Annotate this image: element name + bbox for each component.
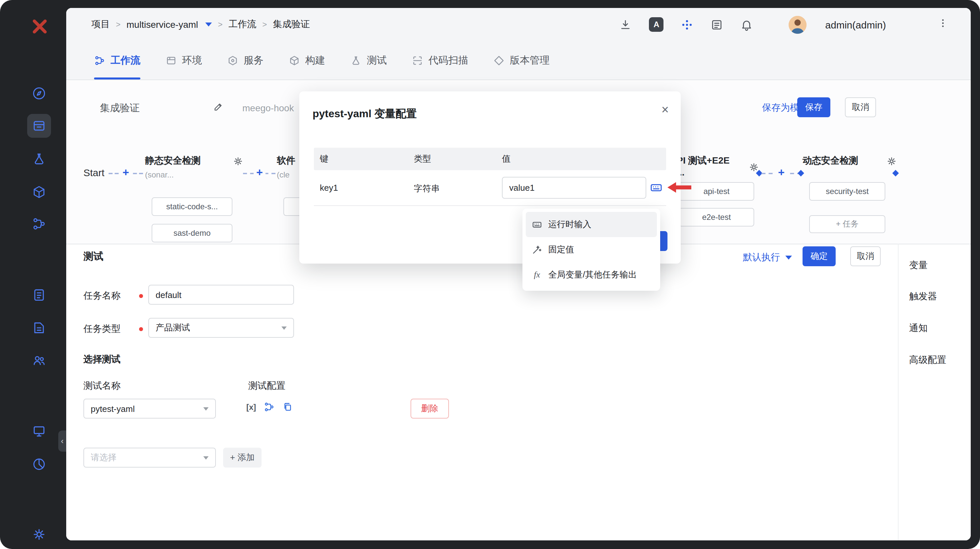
value-type-picker-icon[interactable]: [649, 181, 663, 194]
breadcrumb-separator: >: [116, 20, 121, 29]
download-icon[interactable]: [619, 18, 632, 31]
node-title: 软件: [277, 155, 295, 167]
tab-test[interactable]: 测试: [350, 41, 387, 80]
rail-item-variables[interactable]: 变量: [909, 259, 928, 272]
gear-icon[interactable]: [887, 156, 897, 166]
more-options-icon[interactable]: [938, 18, 948, 31]
panel-cancel-button[interactable]: 取消: [850, 247, 881, 266]
sidebar-collapse-handle[interactable]: ‹: [58, 430, 66, 452]
gear-icon[interactable]: [749, 162, 759, 172]
user-avatar[interactable]: [789, 16, 807, 33]
user-name[interactable]: admin(admin): [826, 19, 886, 30]
topbar-actions: A admin(admin): [619, 16, 948, 33]
brand-logo-icon[interactable]: [30, 17, 49, 36]
keyboard-icon: [532, 219, 542, 230]
column-type: 类型: [408, 153, 496, 165]
variable-value-input[interactable]: [502, 177, 646, 199]
add-stage-button[interactable]: +: [254, 167, 266, 179]
task-node[interactable]: sast-demo: [152, 224, 232, 242]
add-stage-button[interactable]: +: [120, 167, 132, 179]
menu-item-fixed-value[interactable]: 固定值: [526, 237, 657, 262]
node-title: 动态安全检测: [803, 155, 858, 167]
module-tabs: 工作流 环境 服务 构建 测试: [66, 41, 971, 80]
menu-item-runtime-input[interactable]: 运行时输入: [526, 212, 657, 237]
panel-title: 测试: [83, 250, 103, 263]
app-window: 项目 > multiservice-yaml > 工作流 > 集成验证 A: [66, 8, 971, 540]
tab-code-scan[interactable]: 代码扫描: [412, 41, 468, 80]
sidebar-monitor-icon[interactable]: [32, 424, 46, 438]
sidebar-users-icon[interactable]: [32, 353, 46, 368]
docs-icon[interactable]: [711, 18, 724, 31]
task-name-input[interactable]: [148, 285, 294, 305]
tab-environment[interactable]: 环境: [165, 41, 202, 80]
breadcrumb: 项目 > multiservice-yaml > 工作流 > 集成验证: [91, 19, 310, 30]
tab-label: 环境: [182, 54, 202, 67]
test-name-select[interactable]: pytest-yaml: [83, 399, 216, 419]
task-node[interactable]: static-code-s...: [152, 197, 232, 216]
panel-confirm-button[interactable]: 确定: [803, 247, 836, 266]
connector-port: [892, 170, 899, 177]
sidebar-settings-icon[interactable]: [32, 527, 46, 542]
rail-item-advanced[interactable]: 高级配置: [909, 354, 946, 366]
sidebar-workspace-icon[interactable]: [32, 119, 46, 133]
modal-title: pytest-yaml 变量配置: [313, 107, 417, 121]
tab-label: 服务: [244, 54, 264, 67]
tab-version[interactable]: 版本管理: [493, 41, 550, 80]
tab-label: 工作流: [111, 54, 140, 67]
variable-type: 字符串: [414, 183, 440, 195]
test-name-value: pytest-yaml: [91, 404, 135, 414]
sidebar-compass-icon[interactable]: [32, 86, 46, 101]
apps-icon[interactable]: [681, 18, 694, 31]
sidebar-pipeline-icon[interactable]: [32, 216, 46, 231]
language-icon[interactable]: A: [649, 17, 664, 32]
hierarchy-icon[interactable]: [263, 401, 274, 412]
rail-item-notifications[interactable]: 通知: [909, 323, 928, 334]
task-type-select[interactable]: 产品测试: [148, 318, 294, 338]
tab-service[interactable]: 服务: [227, 41, 264, 80]
test-config-column-label: 测试配置: [248, 380, 285, 392]
breadcrumb-separator: >: [218, 20, 223, 29]
tab-label: 构建: [305, 54, 325, 67]
stage-node-api-e2e: API 测试+E2E 测.. api-test e2e-test: [670, 155, 759, 179]
stage-node-dynamic-scan: 动态安全检测 security-test + 任务: [803, 155, 897, 167]
copy-icon[interactable]: [282, 401, 293, 412]
node-subtitle: (sonar...: [145, 170, 243, 180]
bell-icon[interactable]: [741, 18, 753, 31]
test-config-actions: [x]: [246, 401, 293, 412]
gear-icon[interactable]: [233, 156, 243, 166]
tab-label: 测试: [367, 54, 387, 67]
add-stage-button[interactable]: +: [775, 167, 788, 179]
node-title: 静态安全检测: [145, 155, 200, 167]
breadcrumb-project-name[interactable]: multiservice-yaml: [126, 19, 198, 30]
chevron-down-icon[interactable]: [205, 22, 212, 27]
add-button[interactable]: + 添加: [223, 448, 262, 468]
delete-button[interactable]: 删除: [410, 399, 449, 419]
breadcrumb-project[interactable]: 项目: [91, 19, 110, 30]
required-dot: [139, 327, 143, 331]
edit-icon[interactable]: [213, 101, 224, 112]
sidebar-pie-chart-icon[interactable]: [32, 457, 46, 471]
add-test-select[interactable]: 请选择: [83, 448, 216, 468]
rail-item-triggers[interactable]: 触发器: [909, 291, 937, 302]
sidebar-package-icon[interactable]: [32, 185, 46, 199]
collapse-icon: ‹: [61, 436, 64, 446]
screenshot-frame: ‹ 项目 > multiservice-yaml > 工作流 > 集成验证: [0, 0, 980, 549]
tab-build[interactable]: 构建: [289, 41, 325, 80]
task-node[interactable]: security-test: [809, 182, 885, 201]
default-exec-label: 默认执行: [743, 251, 780, 264]
variables-icon[interactable]: [x]: [246, 402, 256, 412]
menu-item-global-variable[interactable]: fx 全局变量/其他任务输出: [526, 262, 657, 287]
workflow-name[interactable]: 集成验证: [100, 102, 140, 115]
save-button[interactable]: 保存: [797, 97, 830, 117]
close-icon[interactable]: ×: [662, 103, 669, 116]
sidebar-clipboard-icon[interactable]: [32, 287, 46, 302]
add-task-button[interactable]: + 任务: [809, 215, 885, 233]
breadcrumb-section[interactable]: 工作流: [228, 19, 256, 30]
default-exec-dropdown[interactable]: 默认执行: [743, 251, 792, 264]
cancel-button[interactable]: 取消: [845, 97, 876, 117]
task-node[interactable]: e2e-test: [679, 208, 754, 226]
chevron-down-icon: [785, 256, 792, 259]
tab-workflow[interactable]: 工作流: [94, 41, 140, 80]
sidebar-flask-icon[interactable]: [32, 152, 46, 166]
sidebar-report-icon[interactable]: [32, 320, 46, 335]
